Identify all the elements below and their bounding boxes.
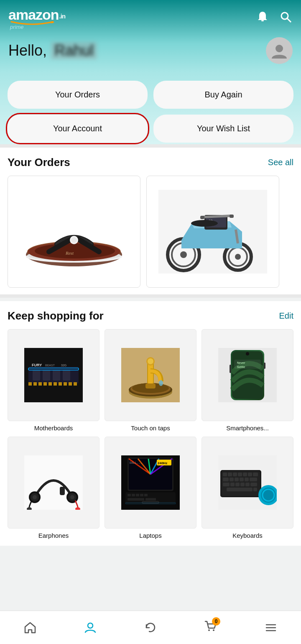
svg-point-75 bbox=[70, 495, 74, 499]
prime-label: prime bbox=[10, 24, 65, 30]
svg-rect-95 bbox=[144, 494, 148, 496]
shopping-item-smartphones[interactable]: Never Settle Smartphones... bbox=[202, 329, 293, 432]
orders-scroll: Rest 00 bbox=[8, 176, 293, 288]
motherboards-image: FURY BEAST 32G bbox=[8, 329, 99, 421]
keyboards-label: Keyboards bbox=[232, 532, 263, 539]
svg-point-20 bbox=[235, 254, 241, 260]
svg-text:BEAST: BEAST bbox=[45, 364, 55, 367]
cart-badge: 0 bbox=[212, 617, 220, 626]
greeting-prefix: Hello, bbox=[8, 42, 51, 59]
nav-menu[interactable] bbox=[241, 611, 301, 644]
orders-section: Your Orders See all bbox=[0, 148, 301, 294]
returns-icon bbox=[144, 621, 157, 634]
svg-rect-108 bbox=[248, 473, 252, 476]
notification-icon[interactable] bbox=[256, 10, 269, 27]
svg-rect-114 bbox=[245, 478, 249, 481]
svg-rect-104 bbox=[228, 473, 232, 476]
header-top: amazon .in prime bbox=[8, 8, 293, 30]
shopping-item-laptops[interactable]: 240Hz DALL... bbox=[105, 437, 196, 539]
svg-rect-94 bbox=[140, 494, 143, 496]
motherboards-label: Motherboards bbox=[34, 424, 73, 432]
svg-point-63 bbox=[246, 352, 249, 355]
svg-rect-97 bbox=[145, 498, 156, 501]
svg-rect-32 bbox=[43, 370, 50, 381]
svg-rect-105 bbox=[233, 473, 237, 476]
avatar[interactable] bbox=[266, 37, 293, 64]
svg-point-27 bbox=[191, 220, 218, 227]
shopping-item-motherboards[interactable]: FURY BEAST 32G Motherboards bbox=[8, 329, 99, 432]
quick-actions: Your Orders Buy Again Your Account Your … bbox=[0, 72, 301, 144]
svg-point-129 bbox=[213, 629, 214, 631]
svg-rect-96 bbox=[128, 498, 144, 501]
svg-rect-38 bbox=[43, 382, 47, 386]
bottom-navigation: 0 bbox=[0, 611, 301, 644]
keyboards-image bbox=[202, 437, 293, 529]
svg-rect-123 bbox=[253, 488, 257, 491]
svg-rect-59 bbox=[145, 383, 156, 388]
sandal-image: Rest bbox=[15, 190, 133, 273]
shopping-item-earphones[interactable]: Earphones bbox=[8, 437, 99, 539]
earphones-label: Earphones bbox=[38, 532, 69, 539]
shopping-grid: FURY BEAST 32G Motherboards bbox=[8, 329, 293, 539]
your-wish-list-button[interactable]: Your Wish List bbox=[153, 115, 293, 143]
search-icon[interactable] bbox=[279, 10, 293, 27]
keep-shopping-section: Keep shopping for Edit bbox=[0, 301, 301, 546]
svg-rect-115 bbox=[250, 478, 257, 481]
nav-returns[interactable] bbox=[120, 611, 181, 644]
svg-rect-117 bbox=[230, 483, 235, 486]
shopping-item-faucet[interactable]: Touch on taps bbox=[105, 329, 196, 432]
svg-rect-122 bbox=[227, 488, 253, 491]
svg-point-58 bbox=[148, 358, 153, 364]
keep-shopping-title: Keep shopping for bbox=[8, 309, 104, 322]
svg-rect-67 bbox=[230, 365, 231, 373]
svg-rect-91 bbox=[128, 494, 131, 496]
orders-section-header: Your Orders See all bbox=[8, 156, 293, 169]
svg-line-24 bbox=[202, 216, 232, 217]
svg-rect-31 bbox=[33, 370, 40, 381]
svg-rect-119 bbox=[240, 483, 245, 486]
svg-rect-103 bbox=[223, 473, 227, 476]
nav-home[interactable] bbox=[0, 611, 60, 644]
nav-cart[interactable]: 0 bbox=[181, 611, 241, 644]
svg-point-17 bbox=[180, 251, 187, 258]
svg-rect-42 bbox=[64, 382, 67, 386]
cart-wrapper: 0 bbox=[204, 620, 217, 635]
keep-shopping-edit[interactable]: Edit bbox=[279, 311, 293, 321]
shopping-item-keyboards[interactable]: Keyboards bbox=[202, 437, 293, 539]
svg-point-56 bbox=[159, 380, 163, 386]
greeting-text: Hello, Rahul bbox=[8, 42, 97, 59]
nav-account[interactable] bbox=[60, 611, 120, 644]
svg-line-3 bbox=[287, 18, 291, 22]
svg-text:240Hz: 240Hz bbox=[158, 461, 167, 465]
order-card-scooter[interactable]: 00 bbox=[146, 176, 279, 288]
svg-rect-78 bbox=[60, 487, 65, 495]
svg-rect-35 bbox=[28, 382, 32, 386]
your-orders-button[interactable]: Your Orders bbox=[8, 81, 148, 109]
keep-shopping-header: Keep shopping for Edit bbox=[8, 309, 293, 322]
svg-text:DALL...: DALL... bbox=[130, 461, 142, 465]
greeting-row: Hello, Rahul bbox=[8, 37, 293, 64]
svg-rect-111 bbox=[230, 478, 234, 481]
buy-again-button[interactable]: Buy Again bbox=[153, 81, 293, 109]
orders-see-all[interactable]: See all bbox=[268, 158, 293, 167]
svg-rect-110 bbox=[223, 478, 229, 481]
svg-rect-92 bbox=[132, 494, 135, 496]
svg-point-128 bbox=[208, 629, 210, 631]
svg-point-4 bbox=[275, 45, 283, 52]
section-divider-2 bbox=[0, 294, 301, 298]
svg-rect-118 bbox=[235, 483, 240, 486]
person-icon bbox=[84, 621, 97, 634]
svg-rect-107 bbox=[243, 473, 247, 476]
order-card-sandal[interactable]: Rest bbox=[8, 176, 140, 288]
svg-rect-37 bbox=[38, 382, 42, 386]
svg-rect-44 bbox=[74, 382, 77, 386]
faucet-label: Touch on taps bbox=[131, 424, 170, 432]
laptops-label: Laptops bbox=[139, 532, 161, 539]
scooter-image: 00 bbox=[158, 190, 267, 273]
svg-rect-39 bbox=[48, 382, 52, 386]
header-icons bbox=[256, 10, 293, 27]
orders-title: Your Orders bbox=[8, 156, 70, 169]
your-account-button[interactable]: Your Account bbox=[8, 115, 148, 143]
svg-rect-43 bbox=[69, 382, 72, 386]
smartphone-image: Never Settle bbox=[202, 329, 293, 421]
